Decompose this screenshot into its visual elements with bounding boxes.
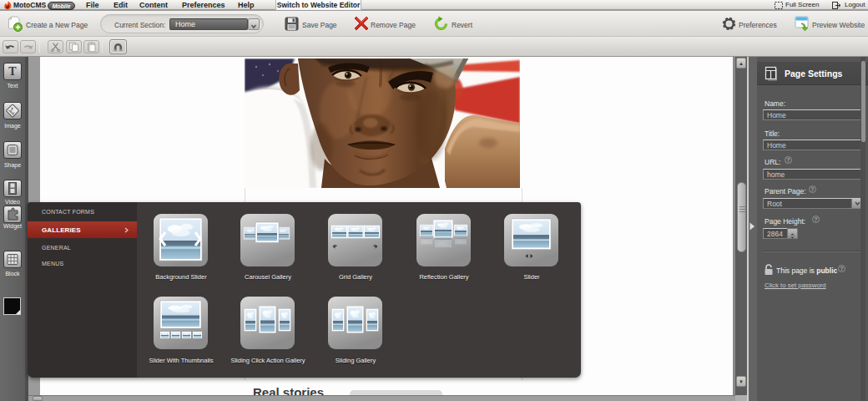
svg-text:T: T bbox=[8, 65, 17, 78]
